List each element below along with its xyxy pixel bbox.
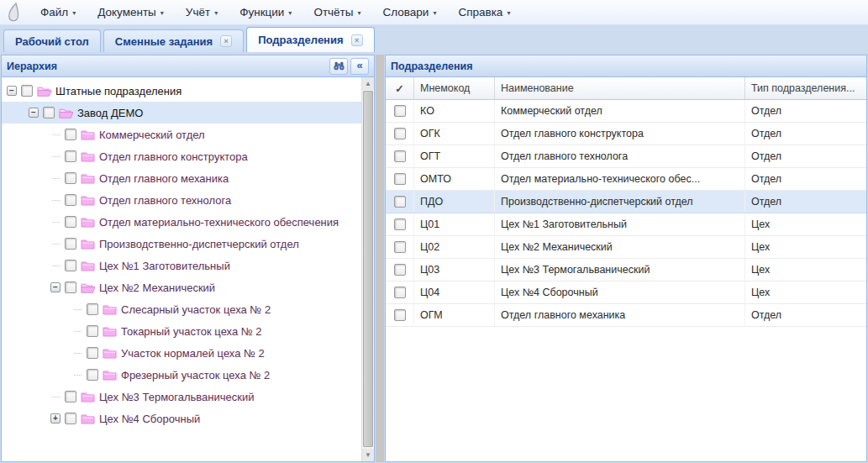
row-checkbox[interactable] — [394, 150, 406, 162]
tree-row[interactable]: Цех №1 Заготовительный — [2, 255, 374, 276]
folder-closed-icon — [79, 413, 97, 424]
scroll-thumb[interactable] — [363, 91, 373, 447]
tree-checkbox[interactable] — [65, 172, 76, 184]
tree-checkbox[interactable] — [65, 238, 76, 250]
menu-item[interactable]: Файл▾ — [34, 3, 82, 21]
tree-row[interactable]: Отдел главного технолога — [2, 189, 374, 211]
expander-minus-icon[interactable]: − — [50, 282, 60, 292]
row-checkbox[interactable] — [394, 287, 406, 298]
tree-row[interactable]: Коммерческий отдел — [2, 124, 374, 145]
grid-cell-check — [386, 123, 414, 145]
tab[interactable]: Сменные задания× — [103, 29, 244, 52]
tree-row[interactable]: Участок нормалей цеха № 2 — [2, 342, 374, 364]
tree-checkbox[interactable] — [87, 347, 98, 359]
tab-close-icon[interactable]: × — [351, 34, 363, 46]
tree-checkbox[interactable] — [65, 194, 76, 206]
tree-row[interactable]: +Цех №4 Сборочный — [2, 408, 374, 429]
cell-text: Отдел — [751, 196, 781, 208]
grid-rows: КОКоммерческий отделОтделОГКОтдел главно… — [386, 100, 866, 327]
grid-cell-name: Цех №3 Термогальванический — [495, 259, 745, 281]
row-checkbox[interactable] — [394, 105, 406, 117]
tree-expander-slot — [49, 397, 62, 397]
tree-row[interactable]: Токарный участок цеха № 2 — [2, 320, 374, 342]
tree-row[interactable]: Отдел материально-технического обеспечен… — [2, 211, 374, 233]
tab[interactable]: Рабочий стол — [3, 29, 101, 52]
tree-row[interactable]: −Завод ДЕМО — [2, 102, 374, 124]
tree-connector — [52, 178, 60, 179]
menu-item[interactable]: Документы▾ — [91, 3, 171, 21]
grid-cell-name: Цех №4 Сборочный — [495, 281, 745, 303]
tab-label: Сменные задания — [115, 35, 213, 48]
grid-header-check-column[interactable]: ✓ — [386, 77, 414, 99]
tree-checkbox[interactable] — [65, 129, 76, 140]
menu-item[interactable]: Словари▾ — [376, 3, 444, 21]
cell-text: Производственно-диспетчерский отдел — [501, 196, 693, 208]
grid-row[interactable]: КОКоммерческий отделОтдел — [386, 100, 866, 123]
row-checkbox[interactable] — [394, 173, 406, 185]
menu-item[interactable]: Учёт▾ — [179, 3, 224, 21]
tree-row[interactable]: −Цех №2 Механический — [2, 276, 374, 298]
collapse-panel-button[interactable]: « — [350, 58, 369, 75]
tree-row[interactable]: Производственно-диспетчерский отдел — [2, 233, 374, 255]
tree-checkbox[interactable] — [65, 281, 76, 293]
menu-item[interactable]: Справка▾ — [451, 3, 517, 21]
scroll-up-icon[interactable]: ▲ — [362, 77, 374, 90]
tab-close-icon[interactable]: × — [220, 35, 232, 47]
tree-checkbox[interactable] — [21, 85, 33, 97]
expander-minus-icon[interactable]: − — [7, 86, 17, 96]
tab[interactable]: Подразделения× — [246, 27, 374, 52]
tree-checkbox[interactable] — [65, 391, 76, 402]
grid-row[interactable]: ПДОПроизводственно-диспетчерский отделОт… — [386, 191, 866, 213]
tree-checkbox[interactable] — [65, 413, 76, 424]
tree-connector — [52, 134, 60, 135]
grid-row[interactable]: Ц03Цех №3 ТермогальваническийЦех — [386, 259, 866, 281]
row-checkbox[interactable] — [394, 218, 406, 230]
folder-closed-icon — [101, 304, 118, 315]
hierarchy-tree: −Штатные подразделения−Завод ДЕМОКоммерч… — [2, 77, 374, 461]
tree-row[interactable]: Отдел главного механика — [2, 167, 374, 189]
tree-connector — [52, 397, 60, 397]
expander-minus-icon[interactable]: − — [29, 108, 39, 118]
row-checkbox[interactable] — [394, 309, 406, 321]
tree-checkbox[interactable] — [65, 150, 76, 162]
menu-item[interactable]: Функции▾ — [233, 3, 298, 21]
tree-checkbox[interactable] — [87, 369, 98, 381]
grid-row[interactable]: ОГМОтдел главного механикаОтдел — [386, 304, 866, 327]
tree-row[interactable]: Фрезерный участок цеха № 2 — [2, 364, 374, 386]
chevron-down-icon: ▾ — [214, 8, 218, 17]
tree-checkbox[interactable] — [87, 325, 98, 337]
tree-checkbox[interactable] — [65, 260, 76, 271]
search-button[interactable] — [329, 58, 348, 75]
grid-row[interactable]: ОМТООтдел материально-технического обес.… — [386, 168, 866, 191]
tree-row[interactable]: Слесарный участок цеха № 2 — [2, 298, 374, 320]
grid-row[interactable]: Ц01Цех №1 ЗаготовительныйЦех — [386, 213, 866, 236]
row-checkbox[interactable] — [394, 241, 406, 253]
tree-node-label: Токарный участок цеха № 2 — [121, 325, 262, 338]
menu-item-label: Отчёты — [313, 6, 353, 18]
grid-header-mnemocode[interactable]: Мнемокод — [414, 77, 495, 99]
panel-splitter[interactable] — [376, 55, 384, 462]
grid-row[interactable]: Ц04Цех №4 СборочныйЦех — [386, 281, 866, 304]
grid-row[interactable]: ОГТОтдел главного технологаОтдел — [386, 145, 866, 168]
grid-row[interactable]: ОГКОтдел главного конструктораОтдел — [386, 123, 866, 145]
expander-plus-icon[interactable]: + — [50, 413, 60, 424]
row-checkbox[interactable] — [394, 264, 406, 276]
grid-cell-mnemocode: ОГТ — [414, 145, 495, 167]
scroll-down-icon[interactable]: ▼ — [362, 449, 374, 461]
menu-item[interactable]: Отчёты▾ — [307, 3, 367, 21]
tree-scrollbar[interactable]: ▲ ▼ — [361, 77, 374, 461]
grid-row[interactable]: Ц02Цех №2 МеханическийЦех — [386, 236, 866, 259]
tree-row[interactable]: Отдел главного конструктора — [2, 145, 374, 167]
grid-header-type[interactable]: Тип подразделения... — [745, 77, 866, 99]
tree-row[interactable]: Цех №3 Термогальванический — [2, 386, 374, 408]
tree-row[interactable]: −Штатные подразделения — [2, 80, 374, 102]
tree-node-label: Цех №4 Сборочный — [99, 413, 200, 425]
grid-cell-type: Цех — [745, 281, 866, 303]
tree-checkbox[interactable] — [87, 303, 98, 315]
folder-closed-icon — [79, 173, 97, 184]
tree-checkbox[interactable] — [43, 107, 55, 118]
row-checkbox[interactable] — [394, 196, 406, 208]
tree-checkbox[interactable] — [65, 216, 76, 228]
row-checkbox[interactable] — [394, 128, 406, 139]
grid-header-name[interactable]: Наименование — [495, 77, 745, 99]
